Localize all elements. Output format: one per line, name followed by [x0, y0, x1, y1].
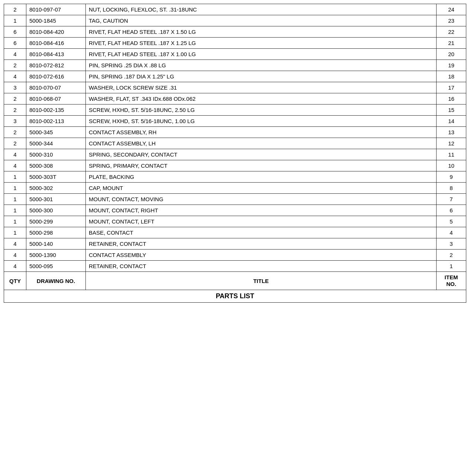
cell-title: NUT, LOCKING, FLEXLOC, ST. .31-18UNC — [86, 4, 437, 15]
cell-qty: 1 — [4, 216, 26, 227]
cell-drawing-no: 5000-344 — [26, 138, 86, 149]
cell-title: TAG, CAUTION — [86, 15, 437, 26]
table-row: 15000-1845TAG, CAUTION23 — [4, 15, 466, 26]
table-row: 45000-095RETAINER, CONTACT1 — [4, 261, 466, 272]
cell-title: RETAINER, CONTACT — [86, 261, 437, 272]
cell-qty: 4 — [4, 49, 26, 60]
cell-item-no: 19 — [437, 60, 466, 71]
table-row: 38010-002-113SCREW, HXHD, ST. 5/16-18UNC… — [4, 116, 466, 127]
cell-qty: 4 — [4, 261, 26, 272]
table-row: 15000-301MOUNT, CONTACT, MOVING7 — [4, 194, 466, 205]
cell-title: RIVET, FLAT HEAD STEEL .187 X 1.50 LG — [86, 26, 437, 38]
cell-title: MOUNT, CONTACT, MOVING — [86, 194, 437, 205]
cell-title: PIN, SPRING .187 DIA X 1.25" LG — [86, 71, 437, 82]
table-row: 28010-097-07NUT, LOCKING, FLEXLOC, ST. .… — [4, 4, 466, 15]
cell-item-no: 17 — [437, 82, 466, 93]
cell-qty: 2 — [4, 93, 26, 104]
parts-list-footer-row: PARTS LIST — [4, 290, 466, 303]
cell-qty: 4 — [4, 160, 26, 171]
cell-title: PLATE, BACKING — [86, 171, 437, 183]
table-row: 38010-070-07WASHER, LOCK SCREW SIZE .311… — [4, 82, 466, 93]
cell-qty: 4 — [4, 238, 26, 250]
header-title: TITLE — [86, 272, 437, 290]
cell-item-no: 22 — [437, 26, 466, 38]
cell-drawing-no: 8010-084-413 — [26, 49, 86, 60]
cell-drawing-no: 8010-002-113 — [26, 116, 86, 127]
table-row: 15000-302CAP, MOUNT8 — [4, 183, 466, 194]
cell-item-no: 24 — [437, 4, 466, 15]
table-header-row: QTYDRAWING NO.TITLEITEM NO. — [4, 272, 466, 290]
table-row: 48010-084-413RIVET, FLAT HEAD STEEL .187… — [4, 49, 466, 60]
cell-qty: 6 — [4, 38, 26, 49]
header-drawing-no: DRAWING NO. — [26, 272, 86, 290]
cell-item-no: 5 — [437, 216, 466, 227]
cell-title: RIVET, FLAT HEAD STEEL .187 X 1.00 LG — [86, 49, 437, 60]
cell-drawing-no: 8010-072-616 — [26, 71, 86, 82]
cell-item-no: 1 — [437, 261, 466, 272]
cell-title: SPRING, PRIMARY, CONTACT — [86, 160, 437, 171]
cell-drawing-no: 8010-068-07 — [26, 93, 86, 104]
cell-item-no: 11 — [437, 149, 466, 160]
cell-item-no: 16 — [437, 93, 466, 104]
cell-qty: 2 — [4, 127, 26, 138]
cell-drawing-no: 8010-002-135 — [26, 104, 86, 116]
cell-qty: 2 — [4, 60, 26, 71]
cell-drawing-no: 5000-298 — [26, 227, 86, 238]
cell-qty: 1 — [4, 194, 26, 205]
cell-item-no: 12 — [437, 138, 466, 149]
table-row: 45000-140RETAINER, CONTACT3 — [4, 238, 466, 250]
cell-drawing-no: 8010-070-07 — [26, 82, 86, 93]
cell-title: CAP, MOUNT — [86, 183, 437, 194]
cell-title: PIN, SPRING .25 DIA X .88 LG — [86, 60, 437, 71]
cell-drawing-no: 5000-310 — [26, 149, 86, 160]
table-row: 25000-345CONTACT ASSEMBLY, RH13 — [4, 127, 466, 138]
cell-drawing-no: 5000-300 — [26, 205, 86, 216]
cell-item-no: 3 — [437, 238, 466, 250]
cell-item-no: 20 — [437, 49, 466, 60]
cell-qty: 2 — [4, 4, 26, 15]
cell-drawing-no: 5000-303T — [26, 171, 86, 183]
parts-list-table: 28010-097-07NUT, LOCKING, FLEXLOC, ST. .… — [4, 4, 466, 303]
cell-qty: 6 — [4, 26, 26, 38]
cell-qty: 1 — [4, 171, 26, 183]
cell-qty: 3 — [4, 82, 26, 93]
table-row: 45000-308SPRING, PRIMARY, CONTACT10 — [4, 160, 466, 171]
cell-qty: 4 — [4, 250, 26, 261]
cell-drawing-no: 8010-084-416 — [26, 38, 86, 49]
table-row: 15000-299MOUNT, CONTACT, LEFT5 — [4, 216, 466, 227]
cell-title: WASHER, FLAT, ST .343 IDx.688 ODx.062 — [86, 93, 437, 104]
table-row: 28010-002-135SCREW, HXHD, ST. 5/16-18UNC… — [4, 104, 466, 116]
cell-title: RETAINER, CONTACT — [86, 238, 437, 250]
cell-item-no: 14 — [437, 116, 466, 127]
cell-drawing-no: 5000-308 — [26, 160, 86, 171]
cell-qty: 2 — [4, 104, 26, 116]
cell-qty: 1 — [4, 183, 26, 194]
cell-drawing-no: 5000-301 — [26, 194, 86, 205]
cell-drawing-no: 5000-095 — [26, 261, 86, 272]
cell-drawing-no: 8010-097-07 — [26, 4, 86, 15]
cell-item-no: 18 — [437, 71, 466, 82]
cell-title: WASHER, LOCK SCREW SIZE .31 — [86, 82, 437, 93]
cell-drawing-no: 5000-345 — [26, 127, 86, 138]
table-row: 28010-068-07WASHER, FLAT, ST .343 IDx.68… — [4, 93, 466, 104]
header-item-no: ITEM NO. — [437, 272, 466, 290]
cell-item-no: 23 — [437, 15, 466, 26]
cell-title: CONTACT ASSEMBLY — [86, 250, 437, 261]
cell-item-no: 2 — [437, 250, 466, 261]
cell-drawing-no: 5000-299 — [26, 216, 86, 227]
page-container: 28010-097-07NUT, LOCKING, FLEXLOC, ST. .… — [0, 0, 470, 476]
cell-title: BASE, CONTACT — [86, 227, 437, 238]
cell-item-no: 4 — [437, 227, 466, 238]
cell-qty: 2 — [4, 138, 26, 149]
cell-drawing-no: 8010-084-420 — [26, 26, 86, 38]
table-row: 28010-072-812PIN, SPRING .25 DIA X .88 L… — [4, 60, 466, 71]
cell-drawing-no: 5000-1390 — [26, 250, 86, 261]
cell-qty: 1 — [4, 205, 26, 216]
cell-item-no: 10 — [437, 160, 466, 171]
table-row: 45000-310SPRING, SECONDARY, CONTACT11 — [4, 149, 466, 160]
cell-title: CONTACT ASSEMBLY, LH — [86, 138, 437, 149]
cell-title: SCREW, HXHD, ST. 5/16-18UNC, 2.50 LG — [86, 104, 437, 116]
table-row: 15000-303TPLATE, BACKING9 — [4, 171, 466, 183]
cell-title: RIVET, FLAT HEAD STEEL .187 X 1.25 LG — [86, 38, 437, 49]
cell-item-no: 21 — [437, 38, 466, 49]
